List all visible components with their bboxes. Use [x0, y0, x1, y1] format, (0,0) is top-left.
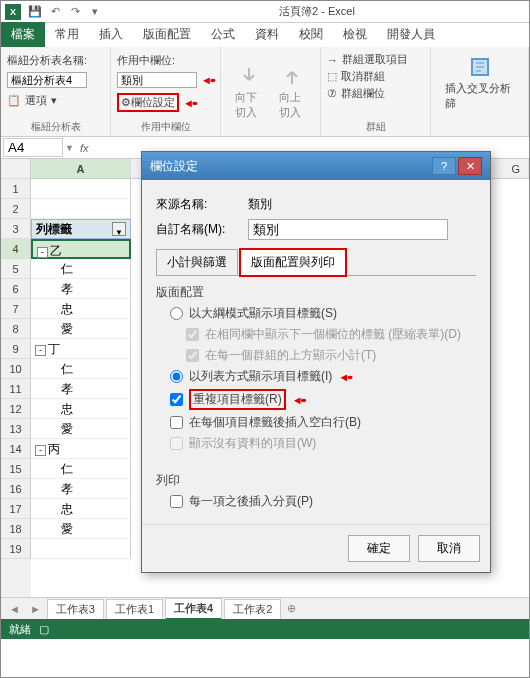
ok-button[interactable]: 確定: [348, 535, 410, 562]
sheet-tab[interactable]: 工作表3: [47, 599, 104, 619]
select-all[interactable]: [1, 159, 31, 179]
tab-file[interactable]: 檔案: [1, 22, 45, 47]
row-header[interactable]: 12: [1, 399, 31, 419]
tab-home[interactable]: 常用: [45, 22, 89, 47]
opt-tabular[interactable]: 以列表方式顯示項目標籤(I) ◄••: [170, 368, 476, 385]
row-header[interactable]: 10: [1, 359, 31, 379]
cell[interactable]: 忠: [31, 399, 131, 419]
source-name-value: 類別: [248, 196, 272, 213]
tab-view[interactable]: 檢視: [333, 22, 377, 47]
options-button[interactable]: 📋 選項 ▾: [7, 92, 104, 109]
undo-icon[interactable]: ↶: [47, 4, 63, 20]
collapse-icon[interactable]: -: [37, 247, 48, 258]
fx-icon[interactable]: fx: [74, 142, 95, 154]
cell[interactable]: 仁: [31, 259, 131, 279]
cell[interactable]: -丁: [31, 339, 131, 359]
tab-layout-print[interactable]: 版面配置與列印: [240, 249, 346, 276]
pivot-row-label[interactable]: 列標籤▼: [31, 219, 131, 239]
group-label-active: 作用中欄位: [111, 120, 220, 134]
help-button[interactable]: ?: [432, 157, 456, 175]
row-header[interactable]: 1: [1, 179, 31, 199]
row-header[interactable]: 9: [1, 339, 31, 359]
namebox-dropdown-icon[interactable]: ▼: [65, 143, 74, 153]
dialog-footer: 確定 取消: [142, 524, 490, 572]
cell[interactable]: 愛: [31, 419, 131, 439]
redo-icon[interactable]: ↷: [67, 4, 83, 20]
row-header[interactable]: 18: [1, 519, 31, 539]
section-print: 列印: [156, 472, 476, 489]
ungroup-button[interactable]: ⬚ 取消群組: [327, 68, 424, 85]
opt-subtotal-top: 在每一個群組的上方顯示小計(T): [186, 347, 476, 364]
opt-repeat[interactable]: 重複項目標籤(R) ◄••: [170, 389, 476, 410]
cell[interactable]: 孝: [31, 479, 131, 499]
cell[interactable]: 仁: [31, 359, 131, 379]
sheet-nav-next-icon[interactable]: ►: [26, 603, 45, 615]
name-box[interactable]: [3, 138, 63, 157]
cell[interactable]: [31, 539, 131, 559]
macro-record-icon[interactable]: ▢: [39, 623, 49, 636]
collapse-icon[interactable]: -: [35, 345, 46, 356]
sheet-tab[interactable]: 工作表2: [224, 599, 281, 619]
opt-pagebreak[interactable]: 每一項之後插入分頁(P): [170, 493, 476, 510]
row-header[interactable]: 3: [1, 219, 31, 239]
close-button[interactable]: ✕: [458, 157, 482, 175]
row-header[interactable]: 16: [1, 479, 31, 499]
row-header[interactable]: 11: [1, 379, 31, 399]
pivot-name-input[interactable]: [7, 72, 87, 88]
tab-layout[interactable]: 版面配置: [133, 22, 201, 47]
ribbon-tabs: 檔案 常用 插入 版面配置 公式 資料 校閱 檢視 開發人員: [1, 23, 529, 47]
row-header[interactable]: 5: [1, 259, 31, 279]
row-header[interactable]: 4: [1, 239, 31, 259]
row-header[interactable]: 7: [1, 299, 31, 319]
qat-more-icon[interactable]: ▾: [87, 4, 103, 20]
field-settings-button[interactable]: ⚙ 欄位設定: [117, 93, 179, 112]
sheet-nav-prev-icon[interactable]: ◄: [5, 603, 24, 615]
cell[interactable]: 孝: [31, 379, 131, 399]
cancel-button[interactable]: 取消: [418, 535, 480, 562]
field-settings-dialog: 欄位設定 ? ✕ 來源名稱: 類別 自訂名稱(M): 小計與篩選 版面配置與列印…: [141, 151, 491, 573]
tab-formula[interactable]: 公式: [201, 22, 245, 47]
row-header[interactable]: 13: [1, 419, 31, 439]
opt-blank-row[interactable]: 在每個項目標籤後插入空白行(B): [170, 414, 476, 431]
dialog-titlebar[interactable]: 欄位設定 ? ✕: [142, 152, 490, 180]
group-active-field: 作用中欄位: ◄•• ⚙ 欄位設定 ◄•• 作用中欄位: [111, 47, 221, 136]
tab-subtotals[interactable]: 小計與篩選: [156, 249, 238, 276]
group-field-button[interactable]: ⑦ 群組欄位: [327, 85, 424, 102]
cell[interactable]: 忠: [31, 499, 131, 519]
row-header[interactable]: 17: [1, 499, 31, 519]
save-icon[interactable]: 💾: [27, 4, 43, 20]
custom-name-input[interactable]: [248, 219, 448, 240]
col-header-a[interactable]: A: [31, 159, 131, 179]
sheet-tab[interactable]: 工作表1: [106, 599, 163, 619]
row-header[interactable]: 19: [1, 539, 31, 559]
row-header[interactable]: 2: [1, 199, 31, 219]
collapse-icon[interactable]: -: [35, 445, 46, 456]
active-field-label: 作用中欄位:: [117, 53, 175, 68]
active-field-input[interactable]: [117, 72, 197, 88]
row-header[interactable]: 6: [1, 279, 31, 299]
cell[interactable]: -丙: [31, 439, 131, 459]
tab-review[interactable]: 校閱: [289, 22, 333, 47]
source-name-label: 來源名稱:: [156, 196, 242, 213]
tab-insert[interactable]: 插入: [89, 22, 133, 47]
cell[interactable]: 仁: [31, 459, 131, 479]
cell[interactable]: 孝: [31, 279, 131, 299]
filter-dropdown-icon[interactable]: ▼: [112, 222, 126, 236]
cell[interactable]: 忠: [31, 299, 131, 319]
cell[interactable]: 愛: [31, 319, 131, 339]
group-selection-button[interactable]: → 群組選取項目: [327, 51, 424, 68]
cell[interactable]: 愛: [31, 519, 131, 539]
tab-dev[interactable]: 開發人員: [377, 22, 445, 47]
sheet-tab-active[interactable]: 工作表4: [165, 598, 222, 620]
cell-selected[interactable]: -乙: [31, 239, 131, 259]
tab-data[interactable]: 資料: [245, 22, 289, 47]
row-header[interactable]: 14: [1, 439, 31, 459]
insert-slicer-button[interactable]: 插入交叉分析篩: [437, 51, 522, 115]
row-header[interactable]: 8: [1, 319, 31, 339]
cell[interactable]: [31, 179, 131, 199]
cell[interactable]: [31, 199, 131, 219]
new-sheet-icon[interactable]: ⊕: [283, 602, 300, 615]
row-header[interactable]: 15: [1, 459, 31, 479]
group-group: → 群組選取項目 ⬚ 取消群組 ⑦ 群組欄位 群組: [321, 47, 431, 136]
opt-outline[interactable]: 以大綱模式顯示項目標籤(S): [170, 305, 476, 322]
